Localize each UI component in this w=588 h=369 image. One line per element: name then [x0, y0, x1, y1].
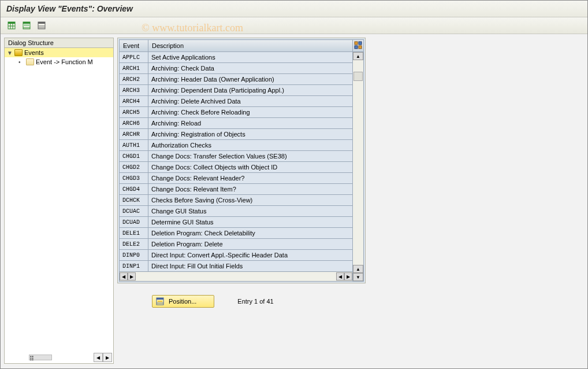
tree-label: Events [24, 49, 44, 56]
tree-item-event-function[interactable]: • Event -> Function M [5, 57, 113, 67]
table-row[interactable]: ARCH1Archiving: Check Data [120, 63, 364, 74]
table-row[interactable]: DINP1Direct Input: Fill Out Initial Fiel… [120, 261, 364, 272]
cell-event[interactable]: CHGD1 [120, 151, 148, 162]
cell-description[interactable]: Archiving: Dependent Data (Participating… [148, 85, 353, 96]
table-row[interactable]: ARCH6Archiving: Reload [120, 118, 364, 129]
col-header-description[interactable]: Description [148, 40, 353, 52]
cell-event[interactable]: CHGD4 [120, 184, 148, 195]
toolbar-btn-expand[interactable] [5, 20, 18, 31]
cell-event[interactable]: ARCHR [120, 129, 148, 140]
tree-hscroll[interactable]: ⠿ ◀ ▶ [6, 353, 112, 362]
cell-description[interactable]: Change Docs: Collect Objects with Object… [148, 162, 353, 173]
vscroll-up-icon[interactable]: ▲ [353, 52, 363, 60]
cell-event[interactable]: AUTH1 [120, 140, 148, 151]
hscroll-left2-icon[interactable]: ◀ [336, 272, 344, 281]
tree-label: Event -> Function M [36, 58, 93, 65]
vscroll-thumb[interactable] [353, 72, 363, 81]
table-row[interactable]: DCUACChange GUI Status [120, 206, 364, 217]
vscroll[interactable]: ▲▲▼ [353, 52, 364, 282]
cell-event[interactable]: ARCH2 [120, 74, 148, 85]
cell-event[interactable]: ARCH1 [120, 63, 148, 74]
col-header-settings[interactable] [353, 40, 364, 52]
table-row[interactable]: ARCHRArchiving: Registration of Objects [120, 129, 364, 140]
cell-description[interactable]: Archiving: Header Data (Owner Applicatio… [148, 74, 353, 85]
cell-event[interactable]: DINP0 [120, 250, 148, 261]
cell-event[interactable]: CHGD2 [120, 162, 148, 173]
table-row[interactable]: DINP0Direct Input: Convert Appl.-Specifi… [120, 250, 364, 261]
table-row[interactable]: CHGD3Change Docs: Relevant Header? [120, 173, 364, 184]
hscroll-right2-icon[interactable]: ▶ [344, 272, 352, 281]
cell-event[interactable]: ARCH5 [120, 107, 148, 118]
table-row[interactable]: ARCH4Archiving: Delete Archived Data [120, 96, 364, 107]
page-title: Display View "Events": Overview [1, 1, 587, 17]
table-settings-icon [354, 41, 362, 49]
cell-event[interactable]: DCHCK [120, 195, 148, 206]
cell-description[interactable]: Deletion Program: Delete [148, 239, 353, 250]
table-row[interactable]: CHGD1Change Docs: Transfer Selection Val… [120, 151, 364, 162]
cell-description[interactable]: Archiving: Delete Archived Data [148, 96, 353, 107]
table-row[interactable]: CHGD2Change Docs: Collect Objects with O… [120, 162, 364, 173]
cell-event[interactable]: DELE1 [120, 228, 148, 239]
scroll-grip[interactable]: ⠿ [29, 355, 52, 360]
cell-description[interactable]: Direct Input: Convert Appl.-Specific Hea… [148, 250, 353, 261]
table-row[interactable]: AUTH1Authorization Checks [120, 140, 364, 151]
hscroll-track[interactable] [136, 272, 336, 281]
cell-description[interactable]: Change Docs: Relevant Header? [148, 173, 353, 184]
cell-description[interactable]: Determine GUI Status [148, 217, 353, 228]
cell-description[interactable]: Deletion Program: Check Deletability [148, 228, 353, 239]
tree-toggle-icon[interactable]: ▼ [7, 50, 13, 56]
cell-description[interactable]: Change Docs: Relevant Item? [148, 184, 353, 195]
table-row[interactable]: ARCH2Archiving: Header Data (Owner Appli… [120, 74, 364, 85]
cell-description[interactable]: Archiving: Reload [148, 118, 353, 129]
svg-rect-16 [359, 46, 362, 49]
scroll-right-icon[interactable]: ▶ [103, 353, 112, 362]
vscroll-up2-icon[interactable]: ▲ [353, 265, 363, 273]
svg-rect-10 [38, 22, 45, 24]
cell-description[interactable]: Archiving: Check Before Reloading [148, 107, 353, 118]
cell-description[interactable]: Change GUI Status [148, 206, 353, 217]
table-row[interactable]: DCHCKChecks Before Saving (Cross-View) [120, 195, 364, 206]
col-header-event[interactable]: Event [120, 40, 148, 52]
position-button[interactable]: Position... [152, 295, 214, 308]
cell-event[interactable]: ARCH3 [120, 85, 148, 96]
vscroll-track[interactable] [353, 60, 363, 265]
svg-rect-14 [359, 42, 362, 45]
table-row[interactable]: APPLCSet Active Applications▲▲▼ [120, 52, 364, 63]
svg-rect-13 [355, 42, 358, 45]
hscroll-right-icon[interactable]: ▶ [128, 272, 136, 281]
cell-event[interactable]: ARCH4 [120, 96, 148, 107]
scroll-left-icon[interactable]: ◀ [94, 353, 103, 362]
table-row[interactable]: DELE2Deletion Program: Delete [120, 239, 364, 250]
vscroll-down-icon[interactable]: ▼ [353, 273, 363, 281]
cell-event[interactable]: DELE2 [120, 239, 148, 250]
hscroll-left-icon[interactable]: ◀ [120, 272, 128, 281]
cell-description[interactable]: Archiving: Check Data [148, 63, 353, 74]
toolbar-btn-collapse[interactable] [20, 20, 33, 31]
cell-event[interactable]: CHGD3 [120, 173, 148, 184]
svg-rect-1 [8, 22, 15, 24]
cell-description[interactable]: Change Docs: Transfer Selection Values (… [148, 151, 353, 162]
toolbar-btn-select[interactable] [35, 20, 48, 31]
table-row[interactable]: CHGD4Change Docs: Relevant Item? [120, 184, 364, 195]
tree-bullet-icon: • [18, 59, 24, 65]
cell-event[interactable]: DCUAC [120, 206, 148, 217]
cell-event[interactable]: APPLC [120, 52, 148, 63]
cell-event[interactable]: DCUAD [120, 217, 148, 228]
events-table: Event Description APPLCSet Active Applic… [119, 39, 364, 282]
tree-item-events[interactable]: ▼ Events [5, 48, 113, 57]
footer: Position... Entry 1 of 41 [117, 287, 584, 311]
cell-description[interactable]: Checks Before Saving (Cross-View) [148, 195, 353, 206]
cell-description[interactable]: Authorization Checks [148, 140, 353, 151]
hscroll-row: ◀▶◀▶ [120, 272, 364, 282]
cell-description[interactable]: Set Active Applications [148, 52, 353, 63]
table-row[interactable]: DELE1Deletion Program: Check Deletabilit… [120, 228, 364, 239]
table-row[interactable]: ARCH3Archiving: Dependent Data (Particip… [120, 85, 364, 96]
table-row[interactable]: DCUADDetermine GUI Status [120, 217, 364, 228]
position-icon [156, 297, 164, 305]
table-row[interactable]: ARCH5Archiving: Check Before Reloading [120, 107, 364, 118]
cell-event[interactable]: DINP1 [120, 261, 148, 272]
cell-event[interactable]: ARCH6 [120, 118, 148, 129]
cell-description[interactable]: Archiving: Registration of Objects [148, 129, 353, 140]
cell-description[interactable]: Direct Input: Fill Out Initial Fields [148, 261, 353, 272]
dialog-structure-panel: Dialog Structure ▼ Events • Event -> Fun… [4, 38, 114, 364]
